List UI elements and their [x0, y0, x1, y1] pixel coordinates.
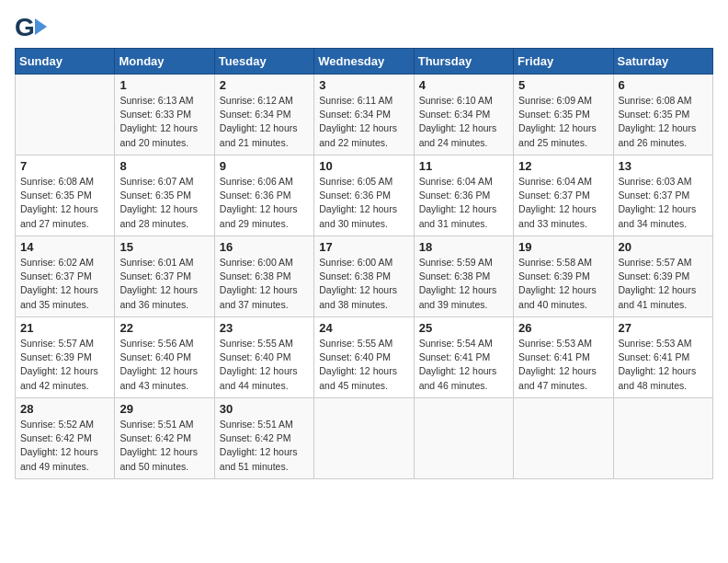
- day-info: Sunrise: 5:51 AMSunset: 6:42 PMDaylight:…: [220, 418, 309, 474]
- day-number: 8: [119, 159, 209, 173]
- calendar-header: SundayMondayTuesdayWednesdayThursdayFrid…: [16, 49, 713, 75]
- day-info: Sunrise: 5:58 AMSunset: 6:39 PMDaylight:…: [518, 256, 608, 312]
- day-number: 9: [220, 159, 309, 173]
- day-info: Sunrise: 5:53 AMSunset: 6:41 PMDaylight:…: [518, 337, 608, 393]
- header-day-thursday: Thursday: [414, 49, 513, 75]
- day-info: Sunrise: 5:53 AMSunset: 6:41 PMDaylight:…: [619, 337, 708, 393]
- day-number: 25: [419, 321, 508, 335]
- day-info: Sunrise: 6:00 AMSunset: 6:38 PMDaylight:…: [220, 256, 309, 312]
- day-number: 15: [119, 240, 209, 254]
- calendar-table: SundayMondayTuesdayWednesdayThursdayFrid…: [15, 48, 713, 479]
- day-number: 27: [619, 321, 708, 335]
- day-number: 29: [119, 402, 209, 416]
- day-cell: 9Sunrise: 6:06 AMSunset: 6:36 PMDaylight…: [214, 155, 313, 236]
- header-row: SundayMondayTuesdayWednesdayThursdayFrid…: [16, 49, 713, 75]
- day-cell: 2Sunrise: 6:12 AMSunset: 6:34 PMDaylight…: [214, 75, 313, 155]
- day-info: Sunrise: 5:55 AMSunset: 6:40 PMDaylight:…: [220, 337, 309, 393]
- logo: G: [15, 15, 51, 40]
- day-number: 23: [220, 321, 309, 335]
- calendar-body: 1Sunrise: 6:13 AMSunset: 6:33 PMDaylight…: [16, 75, 713, 479]
- day-info: Sunrise: 6:11 AMSunset: 6:34 PMDaylight:…: [319, 94, 408, 150]
- day-number: 14: [20, 240, 109, 254]
- day-number: 21: [20, 321, 109, 335]
- day-info: Sunrise: 5:52 AMSunset: 6:42 PMDaylight:…: [20, 418, 109, 474]
- day-number: 4: [419, 78, 508, 92]
- day-info: Sunrise: 6:09 AMSunset: 6:35 PMDaylight:…: [518, 94, 608, 150]
- day-cell: [314, 398, 414, 479]
- day-cell: 5Sunrise: 6:09 AMSunset: 6:35 PMDaylight…: [514, 75, 613, 155]
- day-info: Sunrise: 5:51 AMSunset: 6:42 PMDaylight:…: [119, 418, 209, 474]
- day-info: Sunrise: 6:07 AMSunset: 6:35 PMDaylight:…: [119, 175, 209, 231]
- day-cell: 17Sunrise: 6:00 AMSunset: 6:38 PMDayligh…: [314, 236, 414, 317]
- day-info: Sunrise: 6:08 AMSunset: 6:35 PMDaylight:…: [619, 94, 708, 150]
- day-info: Sunrise: 5:57 AMSunset: 6:39 PMDaylight:…: [619, 256, 708, 312]
- week-row-5: 28Sunrise: 5:52 AMSunset: 6:42 PMDayligh…: [16, 398, 713, 479]
- logo-arrow-icon: [35, 18, 47, 35]
- day-cell: 25Sunrise: 5:54 AMSunset: 6:41 PMDayligh…: [414, 317, 513, 398]
- day-number: 26: [518, 321, 608, 335]
- day-cell: 13Sunrise: 6:03 AMSunset: 6:37 PMDayligh…: [613, 155, 712, 236]
- day-number: 19: [518, 240, 608, 254]
- day-cell: 28Sunrise: 5:52 AMSunset: 6:42 PMDayligh…: [16, 398, 115, 479]
- day-cell: 23Sunrise: 5:55 AMSunset: 6:40 PMDayligh…: [214, 317, 313, 398]
- day-cell: 19Sunrise: 5:58 AMSunset: 6:39 PMDayligh…: [514, 236, 613, 317]
- day-cell: 3Sunrise: 6:11 AMSunset: 6:34 PMDaylight…: [314, 75, 414, 155]
- day-info: Sunrise: 6:04 AMSunset: 6:36 PMDaylight:…: [419, 175, 508, 231]
- day-cell: 1Sunrise: 6:13 AMSunset: 6:33 PMDaylight…: [115, 75, 214, 155]
- day-info: Sunrise: 5:54 AMSunset: 6:41 PMDaylight:…: [419, 337, 508, 393]
- header-day-saturday: Saturday: [613, 49, 712, 75]
- day-info: Sunrise: 6:08 AMSunset: 6:35 PMDaylight:…: [20, 175, 109, 231]
- day-number: 5: [518, 78, 608, 92]
- day-cell: 26Sunrise: 5:53 AMSunset: 6:41 PMDayligh…: [514, 317, 613, 398]
- day-number: 22: [119, 321, 209, 335]
- day-number: 24: [319, 321, 408, 335]
- day-cell: 10Sunrise: 6:05 AMSunset: 6:36 PMDayligh…: [314, 155, 414, 236]
- day-cell: 27Sunrise: 5:53 AMSunset: 6:41 PMDayligh…: [613, 317, 712, 398]
- header-day-tuesday: Tuesday: [214, 49, 313, 75]
- day-number: 20: [619, 240, 708, 254]
- day-cell: 29Sunrise: 5:51 AMSunset: 6:42 PMDayligh…: [115, 398, 214, 479]
- day-cell: [414, 398, 513, 479]
- day-cell: 14Sunrise: 6:02 AMSunset: 6:37 PMDayligh…: [16, 236, 115, 317]
- header-day-friday: Friday: [514, 49, 613, 75]
- day-number: 3: [319, 78, 408, 92]
- day-info: Sunrise: 6:03 AMSunset: 6:37 PMDaylight:…: [619, 175, 708, 231]
- day-number: 2: [220, 78, 309, 92]
- page-header: G: [15, 15, 713, 40]
- day-info: Sunrise: 5:56 AMSunset: 6:40 PMDaylight:…: [119, 337, 209, 393]
- day-cell: 22Sunrise: 5:56 AMSunset: 6:40 PMDayligh…: [115, 317, 214, 398]
- day-cell: [514, 398, 613, 479]
- week-row-3: 14Sunrise: 6:02 AMSunset: 6:37 PMDayligh…: [16, 236, 713, 317]
- day-number: 16: [220, 240, 309, 254]
- logo-g-letter: G: [15, 15, 35, 40]
- day-number: 1: [119, 78, 209, 92]
- day-cell: 12Sunrise: 6:04 AMSunset: 6:37 PMDayligh…: [514, 155, 613, 236]
- logo-icon: G: [15, 15, 47, 40]
- day-info: Sunrise: 6:01 AMSunset: 6:37 PMDaylight:…: [119, 256, 209, 312]
- day-cell: 30Sunrise: 5:51 AMSunset: 6:42 PMDayligh…: [214, 398, 313, 479]
- week-row-1: 1Sunrise: 6:13 AMSunset: 6:33 PMDaylight…: [16, 75, 713, 155]
- day-number: 17: [319, 240, 408, 254]
- day-number: 12: [518, 159, 608, 173]
- day-info: Sunrise: 6:06 AMSunset: 6:36 PMDaylight:…: [220, 175, 309, 231]
- day-cell: 24Sunrise: 5:55 AMSunset: 6:40 PMDayligh…: [314, 317, 414, 398]
- day-info: Sunrise: 5:55 AMSunset: 6:40 PMDaylight:…: [319, 337, 408, 393]
- day-number: 11: [419, 159, 508, 173]
- day-info: Sunrise: 6:00 AMSunset: 6:38 PMDaylight:…: [319, 256, 408, 312]
- day-cell: 11Sunrise: 6:04 AMSunset: 6:36 PMDayligh…: [414, 155, 513, 236]
- day-cell: 18Sunrise: 5:59 AMSunset: 6:38 PMDayligh…: [414, 236, 513, 317]
- day-number: 10: [319, 159, 408, 173]
- day-info: Sunrise: 5:59 AMSunset: 6:38 PMDaylight:…: [419, 256, 508, 312]
- day-number: 28: [20, 402, 109, 416]
- day-cell: 15Sunrise: 6:01 AMSunset: 6:37 PMDayligh…: [115, 236, 214, 317]
- day-cell: 16Sunrise: 6:00 AMSunset: 6:38 PMDayligh…: [214, 236, 313, 317]
- day-cell: 7Sunrise: 6:08 AMSunset: 6:35 PMDaylight…: [16, 155, 115, 236]
- day-info: Sunrise: 6:05 AMSunset: 6:36 PMDaylight:…: [319, 175, 408, 231]
- week-row-2: 7Sunrise: 6:08 AMSunset: 6:35 PMDaylight…: [16, 155, 713, 236]
- day-cell: [613, 398, 712, 479]
- day-number: 30: [220, 402, 309, 416]
- day-info: Sunrise: 6:04 AMSunset: 6:37 PMDaylight:…: [518, 175, 608, 231]
- day-cell: 6Sunrise: 6:08 AMSunset: 6:35 PMDaylight…: [613, 75, 712, 155]
- day-cell: [16, 75, 115, 155]
- header-day-monday: Monday: [115, 49, 214, 75]
